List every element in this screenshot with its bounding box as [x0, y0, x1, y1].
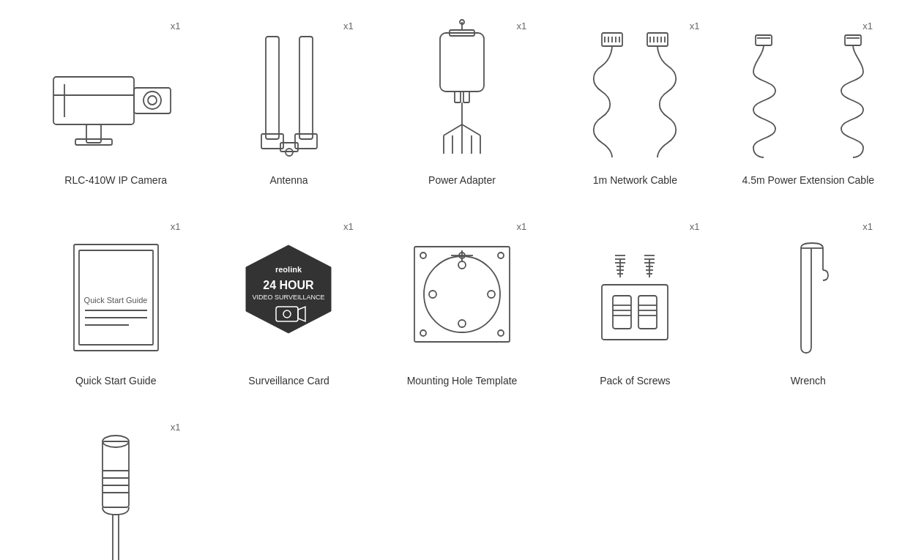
svg-point-2: [144, 92, 161, 109]
label-network-cable: 1m Network Cable: [593, 174, 677, 186]
svg-rect-99: [103, 441, 129, 507]
svg-line-18: [444, 124, 462, 135]
icon-power-adapter: [389, 22, 535, 168]
svg-line-20: [462, 124, 480, 135]
icon-camera: [42, 22, 189, 168]
item-extension-cable: x1 4.5m Power Extension Cable: [722, 15, 895, 201]
label-extension-cable: 4.5m Power Extension Cable: [742, 174, 875, 186]
svg-point-67: [420, 253, 426, 258]
quantity-quick-start: x1: [171, 221, 181, 232]
quantity-network-cable: x1: [690, 20, 700, 31]
svg-text:24 HOUR: 24 HOUR: [263, 279, 314, 291]
quantity-power-adapter: x1: [516, 20, 526, 31]
item-antenna: x1 Antenna: [202, 15, 375, 201]
svg-point-3: [148, 96, 157, 105]
svg-rect-43: [845, 35, 861, 45]
svg-point-59: [424, 256, 500, 332]
empty-cell-1: [202, 416, 375, 560]
item-camera: x1 RLC-410W IP Camera: [29, 15, 202, 201]
svg-point-63: [429, 291, 436, 298]
svg-rect-71: [602, 285, 668, 340]
svg-rect-4: [86, 124, 101, 143]
item-wrench: x1 Wrench: [722, 215, 895, 401]
svg-point-70: [498, 330, 504, 336]
quantity-screws: x1: [690, 221, 700, 232]
quantity-screwdriver: x1: [171, 422, 181, 433]
label-camera: RLC-410W IP Camera: [64, 174, 167, 186]
icon-wrench: [735, 223, 882, 369]
svg-point-68: [498, 253, 504, 258]
icon-extension-cable: [735, 22, 882, 168]
label-mounting-template: Mounting Hole Template: [407, 375, 518, 387]
svg-rect-41: [756, 35, 772, 45]
item-quick-start: x1 Quick Start Guide Quick Start Guide: [29, 215, 202, 401]
quantity-surveillance-card: x1: [343, 221, 354, 232]
icon-surveillance-card: reolink 24 HOUR VIDEO SURVEILLANCE: [216, 223, 362, 369]
svg-rect-87: [638, 296, 657, 329]
svg-rect-86: [613, 296, 631, 329]
quantity-wrench: x1: [862, 221, 873, 232]
empty-cell-4: [722, 416, 895, 560]
item-mounting-template: x1 Mountin: [376, 215, 548, 401]
svg-point-65: [458, 261, 466, 269]
svg-text:VIDEO SURVEILLANCE: VIDEO SURVEILLANCE: [253, 294, 325, 301]
svg-text:Quick Start Guide: Quick Start Guide: [83, 296, 147, 305]
svg-rect-10: [299, 37, 313, 139]
icon-network-cable: [562, 22, 708, 168]
svg-rect-16: [463, 92, 469, 102]
svg-rect-14: [440, 33, 484, 92]
item-screwdriver: x1 Screwdriver: [29, 416, 202, 560]
quantity-extension-cable: x1: [862, 20, 873, 31]
label-screws: Pack of Screws: [600, 375, 670, 387]
item-network-cable: x1 1m Network Cable: [548, 15, 721, 201]
svg-text:reolink: reolink: [275, 265, 302, 274]
icon-screwdriver: [42, 423, 189, 560]
quantity-antenna: x1: [343, 20, 354, 31]
svg-point-64: [488, 291, 495, 298]
svg-rect-15: [455, 92, 461, 102]
icon-mounting-template: [389, 223, 535, 369]
svg-point-13: [286, 149, 293, 156]
svg-rect-8: [266, 37, 279, 139]
quantity-mounting-template: x1: [516, 221, 526, 232]
item-surveillance-card: x1 reolink 24 HOUR VIDEO SURVEILLANCE Su…: [202, 215, 375, 401]
svg-point-66: [458, 320, 466, 327]
quantity-camera: x1: [171, 20, 181, 31]
label-quick-start: Quick Start Guide: [75, 375, 157, 387]
label-wrench: Wrench: [791, 375, 826, 387]
label-surveillance-card: Surveillance Card: [248, 375, 329, 387]
icon-quick-start: Quick Start Guide: [42, 223, 189, 369]
item-screws: x1: [548, 215, 721, 401]
svg-rect-5: [75, 139, 112, 145]
label-antenna: Antenna: [270, 174, 308, 186]
empty-cell-3: [548, 416, 721, 560]
empty-cell-2: [376, 416, 548, 560]
svg-rect-0: [53, 77, 134, 124]
icon-screws: [562, 223, 708, 369]
icon-antenna: [216, 22, 362, 168]
svg-point-69: [420, 330, 426, 336]
label-power-adapter: Power Adapter: [428, 174, 496, 186]
item-power-adapter: x1: [376, 15, 548, 201]
